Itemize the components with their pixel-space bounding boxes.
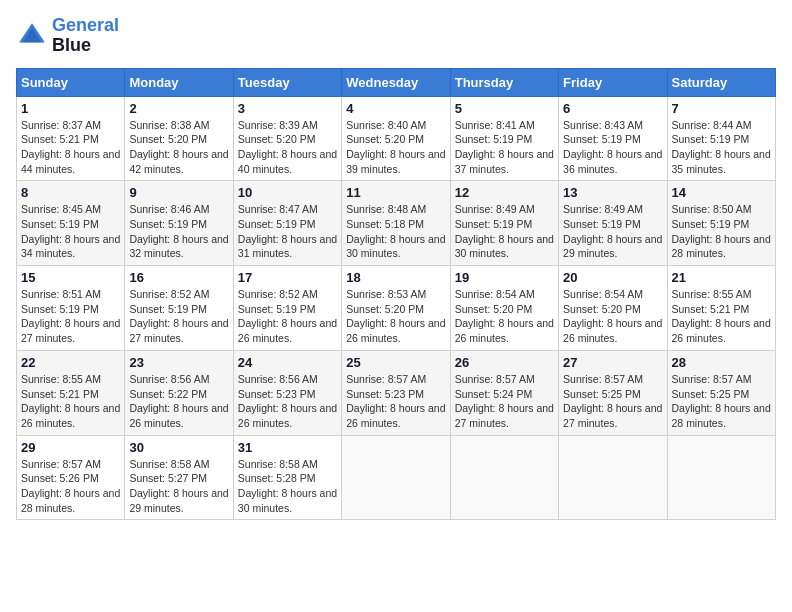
calendar-day-cell: 11 Sunrise: 8:48 AM Sunset: 5:18 PM Dayl…	[342, 181, 450, 266]
day-number: 24	[238, 355, 337, 370]
calendar-day-cell: 22 Sunrise: 8:55 AM Sunset: 5:21 PM Dayl…	[17, 350, 125, 435]
logo-icon	[16, 20, 48, 52]
day-info: Sunrise: 8:54 AM Sunset: 5:20 PM Dayligh…	[563, 287, 662, 346]
day-info: Sunrise: 8:48 AM Sunset: 5:18 PM Dayligh…	[346, 202, 445, 261]
weekday-header-cell: Monday	[125, 68, 233, 96]
calendar-week-row: 1 Sunrise: 8:37 AM Sunset: 5:21 PM Dayli…	[17, 96, 776, 181]
day-info: Sunrise: 8:58 AM Sunset: 5:27 PM Dayligh…	[129, 457, 228, 516]
calendar-header-row: SundayMondayTuesdayWednesdayThursdayFrid…	[17, 68, 776, 96]
weekday-header-cell: Wednesday	[342, 68, 450, 96]
calendar-day-cell: 8 Sunrise: 8:45 AM Sunset: 5:19 PM Dayli…	[17, 181, 125, 266]
weekday-header-cell: Saturday	[667, 68, 775, 96]
calendar-day-cell: 5 Sunrise: 8:41 AM Sunset: 5:19 PM Dayli…	[450, 96, 558, 181]
day-info: Sunrise: 8:57 AM Sunset: 5:26 PM Dayligh…	[21, 457, 120, 516]
day-number: 20	[563, 270, 662, 285]
calendar-day-cell: 30 Sunrise: 8:58 AM Sunset: 5:27 PM Dayl…	[125, 435, 233, 520]
day-info: Sunrise: 8:38 AM Sunset: 5:20 PM Dayligh…	[129, 118, 228, 177]
calendar-week-row: 15 Sunrise: 8:51 AM Sunset: 5:19 PM Dayl…	[17, 266, 776, 351]
calendar-day-cell: 25 Sunrise: 8:57 AM Sunset: 5:23 PM Dayl…	[342, 350, 450, 435]
day-number: 28	[672, 355, 771, 370]
day-info: Sunrise: 8:57 AM Sunset: 5:24 PM Dayligh…	[455, 372, 554, 431]
calendar-day-cell	[342, 435, 450, 520]
calendar-day-cell: 10 Sunrise: 8:47 AM Sunset: 5:19 PM Dayl…	[233, 181, 341, 266]
day-number: 7	[672, 101, 771, 116]
day-number: 2	[129, 101, 228, 116]
calendar-day-cell: 21 Sunrise: 8:55 AM Sunset: 5:21 PM Dayl…	[667, 266, 775, 351]
day-number: 6	[563, 101, 662, 116]
calendar-day-cell: 26 Sunrise: 8:57 AM Sunset: 5:24 PM Dayl…	[450, 350, 558, 435]
day-info: Sunrise: 8:43 AM Sunset: 5:19 PM Dayligh…	[563, 118, 662, 177]
day-info: Sunrise: 8:54 AM Sunset: 5:20 PM Dayligh…	[455, 287, 554, 346]
day-info: Sunrise: 8:40 AM Sunset: 5:20 PM Dayligh…	[346, 118, 445, 177]
day-number: 4	[346, 101, 445, 116]
logo-text: GeneralBlue	[52, 16, 119, 56]
day-info: Sunrise: 8:45 AM Sunset: 5:19 PM Dayligh…	[21, 202, 120, 261]
day-info: Sunrise: 8:57 AM Sunset: 5:25 PM Dayligh…	[563, 372, 662, 431]
calendar-day-cell	[559, 435, 667, 520]
calendar-day-cell: 2 Sunrise: 8:38 AM Sunset: 5:20 PM Dayli…	[125, 96, 233, 181]
day-number: 16	[129, 270, 228, 285]
calendar-day-cell: 28 Sunrise: 8:57 AM Sunset: 5:25 PM Dayl…	[667, 350, 775, 435]
calendar-table: SundayMondayTuesdayWednesdayThursdayFrid…	[16, 68, 776, 521]
calendar-week-row: 29 Sunrise: 8:57 AM Sunset: 5:26 PM Dayl…	[17, 435, 776, 520]
day-number: 30	[129, 440, 228, 455]
day-info: Sunrise: 8:46 AM Sunset: 5:19 PM Dayligh…	[129, 202, 228, 261]
day-number: 14	[672, 185, 771, 200]
day-number: 9	[129, 185, 228, 200]
calendar-day-cell: 9 Sunrise: 8:46 AM Sunset: 5:19 PM Dayli…	[125, 181, 233, 266]
day-number: 10	[238, 185, 337, 200]
day-number: 26	[455, 355, 554, 370]
day-info: Sunrise: 8:41 AM Sunset: 5:19 PM Dayligh…	[455, 118, 554, 177]
day-info: Sunrise: 8:57 AM Sunset: 5:23 PM Dayligh…	[346, 372, 445, 431]
calendar-day-cell: 3 Sunrise: 8:39 AM Sunset: 5:20 PM Dayli…	[233, 96, 341, 181]
calendar-day-cell: 19 Sunrise: 8:54 AM Sunset: 5:20 PM Dayl…	[450, 266, 558, 351]
day-number: 18	[346, 270, 445, 285]
day-info: Sunrise: 8:50 AM Sunset: 5:19 PM Dayligh…	[672, 202, 771, 261]
weekday-header-cell: Tuesday	[233, 68, 341, 96]
weekday-header-cell: Sunday	[17, 68, 125, 96]
calendar-day-cell: 20 Sunrise: 8:54 AM Sunset: 5:20 PM Dayl…	[559, 266, 667, 351]
calendar-day-cell: 27 Sunrise: 8:57 AM Sunset: 5:25 PM Dayl…	[559, 350, 667, 435]
day-info: Sunrise: 8:51 AM Sunset: 5:19 PM Dayligh…	[21, 287, 120, 346]
calendar-day-cell: 4 Sunrise: 8:40 AM Sunset: 5:20 PM Dayli…	[342, 96, 450, 181]
day-info: Sunrise: 8:49 AM Sunset: 5:19 PM Dayligh…	[563, 202, 662, 261]
day-number: 25	[346, 355, 445, 370]
calendar-day-cell: 17 Sunrise: 8:52 AM Sunset: 5:19 PM Dayl…	[233, 266, 341, 351]
day-info: Sunrise: 8:55 AM Sunset: 5:21 PM Dayligh…	[21, 372, 120, 431]
day-info: Sunrise: 8:56 AM Sunset: 5:22 PM Dayligh…	[129, 372, 228, 431]
calendar-week-row: 22 Sunrise: 8:55 AM Sunset: 5:21 PM Dayl…	[17, 350, 776, 435]
day-number: 15	[21, 270, 120, 285]
day-number: 13	[563, 185, 662, 200]
logo: GeneralBlue	[16, 16, 119, 56]
calendar-day-cell: 12 Sunrise: 8:49 AM Sunset: 5:19 PM Dayl…	[450, 181, 558, 266]
header: GeneralBlue	[16, 16, 776, 56]
day-number: 27	[563, 355, 662, 370]
day-number: 31	[238, 440, 337, 455]
day-info: Sunrise: 8:52 AM Sunset: 5:19 PM Dayligh…	[238, 287, 337, 346]
weekday-header-cell: Friday	[559, 68, 667, 96]
calendar-day-cell: 16 Sunrise: 8:52 AM Sunset: 5:19 PM Dayl…	[125, 266, 233, 351]
calendar-day-cell: 18 Sunrise: 8:53 AM Sunset: 5:20 PM Dayl…	[342, 266, 450, 351]
day-number: 19	[455, 270, 554, 285]
day-number: 29	[21, 440, 120, 455]
calendar-day-cell: 6 Sunrise: 8:43 AM Sunset: 5:19 PM Dayli…	[559, 96, 667, 181]
day-info: Sunrise: 8:55 AM Sunset: 5:21 PM Dayligh…	[672, 287, 771, 346]
day-info: Sunrise: 8:37 AM Sunset: 5:21 PM Dayligh…	[21, 118, 120, 177]
day-number: 12	[455, 185, 554, 200]
day-number: 22	[21, 355, 120, 370]
calendar-day-cell: 23 Sunrise: 8:56 AM Sunset: 5:22 PM Dayl…	[125, 350, 233, 435]
day-info: Sunrise: 8:53 AM Sunset: 5:20 PM Dayligh…	[346, 287, 445, 346]
calendar-day-cell: 15 Sunrise: 8:51 AM Sunset: 5:19 PM Dayl…	[17, 266, 125, 351]
calendar-day-cell: 24 Sunrise: 8:56 AM Sunset: 5:23 PM Dayl…	[233, 350, 341, 435]
day-number: 17	[238, 270, 337, 285]
calendar-day-cell: 14 Sunrise: 8:50 AM Sunset: 5:19 PM Dayl…	[667, 181, 775, 266]
day-info: Sunrise: 8:44 AM Sunset: 5:19 PM Dayligh…	[672, 118, 771, 177]
day-info: Sunrise: 8:58 AM Sunset: 5:28 PM Dayligh…	[238, 457, 337, 516]
calendar-day-cell	[450, 435, 558, 520]
day-info: Sunrise: 8:52 AM Sunset: 5:19 PM Dayligh…	[129, 287, 228, 346]
day-info: Sunrise: 8:49 AM Sunset: 5:19 PM Dayligh…	[455, 202, 554, 261]
day-number: 1	[21, 101, 120, 116]
calendar-week-row: 8 Sunrise: 8:45 AM Sunset: 5:19 PM Dayli…	[17, 181, 776, 266]
day-number: 3	[238, 101, 337, 116]
day-number: 5	[455, 101, 554, 116]
